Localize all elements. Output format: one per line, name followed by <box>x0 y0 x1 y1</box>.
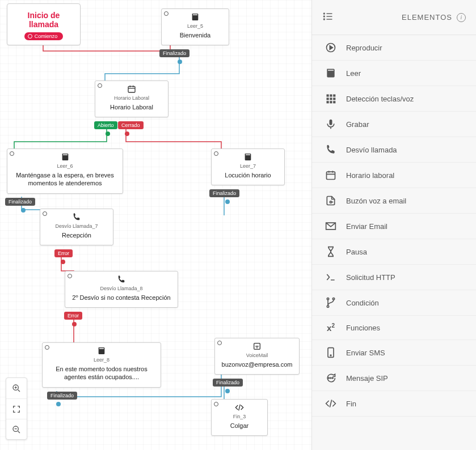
zoom-in-icon <box>12 384 21 393</box>
sidebar-item-fin[interactable]: Fin <box>312 391 476 417</box>
sidebar-item-grabar[interactable]: Grabar <box>312 112 476 137</box>
sidebar-item-buzon[interactable]: Buzón voz a email <box>312 188 476 214</box>
out-abierto[interactable]: Abierto <box>94 121 117 129</box>
out-port-open[interactable] <box>106 131 110 136</box>
hourglass-icon <box>325 246 337 257</box>
node-type: VoiceMail <box>215 353 299 358</box>
sidebar-item-email[interactable]: Enviar Email <box>312 214 476 239</box>
list-icon[interactable] <box>322 11 334 24</box>
start-pill: Comienzo <box>24 32 64 40</box>
input-port[interactable] <box>164 11 169 16</box>
book-icon <box>325 67 337 79</box>
svg-point-26 <box>330 377 331 379</box>
elements-sidebar: ELEMENTOS i Reproducir Leer Detección te… <box>311 0 476 450</box>
code-icon <box>325 398 337 409</box>
start-pill-label: Comienzo <box>35 33 58 39</box>
node-leer5[interactable]: Leer_5 Bienvenida Finalizado <box>161 9 229 45</box>
out-port[interactable] <box>21 208 26 213</box>
sidebar-item-label: Mensaje SIP <box>346 374 388 383</box>
out-port[interactable] <box>61 260 65 264</box>
sidebar-item-label: Detección teclas/voz <box>346 95 414 103</box>
node-title: En este momento todos nuestros agentes e… <box>43 365 161 387</box>
out-port[interactable] <box>225 389 230 393</box>
out-finalizado[interactable]: Finalizado <box>47 392 77 400</box>
node-leer6[interactable]: Leer_6 Manténgase a la espera, en breves… <box>7 148 123 194</box>
svg-point-6 <box>324 19 325 20</box>
node-type: Leer_6 <box>7 163 123 169</box>
node-title: Recepción <box>40 231 113 245</box>
out-finalizado[interactable]: Finalizado <box>5 198 35 206</box>
input-port[interactable] <box>68 274 72 278</box>
input-port[interactable] <box>214 151 218 156</box>
sidebar-item-label: Horario laboral <box>346 171 394 180</box>
sidebar-item-label: Condición <box>346 299 379 307</box>
info-icon[interactable]: i <box>457 13 466 22</box>
sidebar-item-http[interactable]: Solicitud HTTP <box>312 265 476 290</box>
node-type: Leer_5 <box>162 23 229 29</box>
out-cerrado[interactable]: Cerrado <box>118 121 144 129</box>
node-title: Horario Laboral <box>95 103 168 117</box>
sidebar-item-label: Leer <box>346 69 361 78</box>
sidebar-item-funciones[interactable]: x2 Funciones <box>312 316 476 340</box>
sidebar-item-label: Enviar SMS <box>346 349 385 357</box>
out-finalizado[interactable]: Finalizado <box>213 379 243 387</box>
node-desv7[interactable]: Desvío Llamada_7 Recepción Error <box>40 209 113 245</box>
input-port[interactable] <box>45 345 49 350</box>
input-port[interactable] <box>43 211 47 216</box>
out-finalizado[interactable]: Finalizado <box>209 189 239 197</box>
node-leer8[interactable]: Leer_8 En este momento todos nuestros ag… <box>42 342 161 388</box>
input-port[interactable] <box>10 151 14 156</box>
node-horario[interactable]: Horario Laboral Horario Laboral Abierto … <box>95 80 169 117</box>
branch-icon <box>325 297 337 308</box>
svg-rect-15 <box>330 101 332 103</box>
svg-point-5 <box>324 16 325 17</box>
out-finalizado[interactable]: Finalizado <box>159 49 189 57</box>
svg-point-24 <box>330 355 331 356</box>
start-node[interactable]: Inicio de llamada Comienzo <box>7 3 81 45</box>
node-title: Locución horario <box>212 171 284 185</box>
out-port[interactable] <box>72 322 77 326</box>
sidebar-item-label: Pausa <box>346 248 367 256</box>
svg-rect-11 <box>327 97 329 100</box>
fullscreen-button[interactable] <box>6 398 27 419</box>
node-leer7[interactable]: Leer_7 Locución horario Finalizado <box>211 148 285 185</box>
book-icon <box>43 346 161 356</box>
out-error[interactable]: Error <box>54 249 73 257</box>
out-error[interactable]: Error <box>64 312 82 320</box>
node-title: buzonvoz@empresa.com <box>215 360 299 374</box>
sidebar-item-sip[interactable]: Mensaje SIP <box>312 366 476 391</box>
out-port-closed[interactable] <box>125 131 129 136</box>
envelope-icon <box>325 220 337 232</box>
out-port[interactable] <box>225 199 230 204</box>
sidebar-item-label: Funciones <box>346 324 380 332</box>
out-port[interactable] <box>56 402 61 406</box>
svg-rect-8 <box>327 95 329 97</box>
sidebar-item-leer[interactable]: Leer <box>312 61 476 86</box>
input-port[interactable] <box>98 83 102 88</box>
sidebar-item-label: Solicitud HTTP <box>346 273 395 282</box>
sidebar-item-pausa[interactable]: Pausa <box>312 239 476 265</box>
microphone-icon <box>325 118 337 130</box>
flow-canvas[interactable]: Inicio de llamada Comienzo Leer_5 Bienve… <box>0 0 311 450</box>
svg-rect-10 <box>333 95 335 97</box>
sidebar-item-condicion[interactable]: Condición <box>312 290 476 316</box>
node-fin[interactable]: Fin_3 Colgar <box>211 399 268 436</box>
sidebar-item-reproducir[interactable]: Reproducir <box>312 35 476 61</box>
input-port[interactable] <box>214 402 218 406</box>
node-voicemail[interactable]: VoiceMail buzonvoz@empresa.com Finalizad… <box>214 338 300 375</box>
sidebar-item-label: Grabar <box>346 120 369 129</box>
sidebar-item-label: Reproducir <box>346 44 382 52</box>
zoom-controls <box>6 377 27 440</box>
sidebar-item-deteccion[interactable]: Detección teclas/voz <box>312 86 476 112</box>
input-port[interactable] <box>217 341 222 345</box>
svg-rect-9 <box>330 95 332 97</box>
sidebar-item-horario[interactable]: Horario laboral <box>312 163 476 188</box>
sidebar-item-sms[interactable]: Enviar SMS <box>312 340 476 366</box>
node-type: Desvío Llamada_7 <box>40 223 113 229</box>
sidebar-item-desvio[interactable]: Desvío llamada <box>312 137 476 163</box>
zoom-out-button[interactable] <box>6 419 27 439</box>
node-desv8[interactable]: Desvío Llamada_8 2º Desvío si no contest… <box>65 271 178 308</box>
book-icon <box>7 152 123 163</box>
zoom-in-button[interactable] <box>6 378 27 398</box>
out-port[interactable] <box>178 60 182 64</box>
